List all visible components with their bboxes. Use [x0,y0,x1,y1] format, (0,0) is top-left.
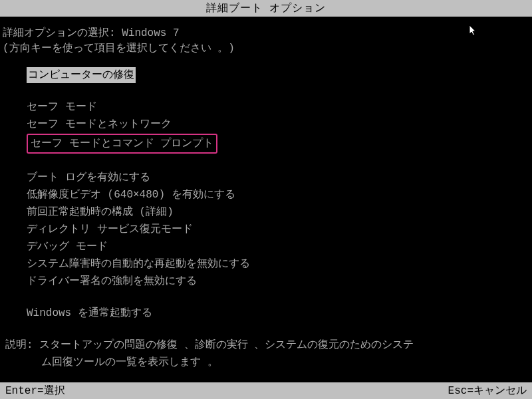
menu-group: セーフ モードセーフ モードとネットワークセーフ モードとコマンド プロンプト [27,99,529,155]
description-line2: ム回復ツールの一覧を表示します 。 [5,354,527,372]
content-area: 詳細オプションの選択: Windows 7 (方向キーを使って項目を選択してくだ… [0,17,532,371]
boot-option[interactable]: セーフ モードとコマンド プロンプト [27,134,217,154]
menu-line: Windows を通常起動する [27,305,529,323]
footer-bar: Enter=選択 Esc=キャンセル [0,382,532,399]
menu-line: システム障害時の自動的な再起動を無効にする [27,256,529,273]
menu-group: ブート ログを有効にする低解像度ビデオ (640×480) を有効にする前回正常… [27,170,529,291]
boot-option[interactable]: Windows を通常起動する [27,305,152,321]
boot-menu: コンピューターの修復セーフ モードセーフ モードとネットワークセーフ モードとコ… [3,67,529,323]
boot-option[interactable]: ブート ログを有効にする [27,170,150,186]
footer-enter-hint: Enter=選択 [5,384,65,398]
menu-line: コンピューターの修復 [27,67,529,84]
menu-line: セーフ モードとコマンド プロンプト [27,134,529,155]
boot-option[interactable]: 前回正常起動時の構成 (詳細) [27,204,174,220]
menu-line: セーフ モードとネットワーク [27,116,529,134]
boot-option[interactable]: システム障害時の自動的な再起動を無効にする [27,256,250,272]
menu-line: ブート ログを有効にする [27,170,529,187]
menu-line: デバッグ モード [27,239,529,256]
description-label: 説明: [5,339,39,351]
boot-option[interactable]: セーフ モードとネットワーク [27,116,172,132]
menu-line: 低解像度ビデオ (640×480) を有効にする [27,187,529,204]
boot-option[interactable]: コンピューターの修復 [27,67,136,83]
menu-line: ドライバー署名の強制を無効にする [27,273,529,291]
description-area: 説明: スタートアップの問題の修復 、診断の実行 、システムの復元のためのシステ… [3,337,529,371]
boot-option[interactable]: セーフ モード [27,99,97,115]
boot-option[interactable]: 低解像度ビデオ (640×480) を有効にする [27,187,235,203]
title-bar: 詳細ブート オプション [0,0,532,17]
boot-option[interactable]: ドライバー署名の強制を無効にする [27,273,197,289]
menu-line: ディレクトリ サービス復元モード [27,221,529,239]
instruction-text: (方向キーを使って項目を選択してください 。) [3,41,529,55]
footer-esc-hint: Esc=キャンセル [448,384,527,398]
boot-option[interactable]: デバッグ モード [27,239,108,255]
menu-group: コンピューターの修復 [27,67,529,84]
menu-line: セーフ モード [27,99,529,116]
menu-group: Windows を通常起動する [27,305,529,323]
window-title: 詳細ブート オプション [206,3,327,15]
description-line1: スタートアップの問題の修復 、診断の実行 、システムの復元のためのシステ [39,339,414,351]
menu-line: 前回正常起動時の構成 (詳細) [27,204,529,221]
boot-option[interactable]: ディレクトリ サービス復元モード [27,221,193,237]
selection-prompt: 詳細オプションの選択: Windows 7 [3,26,529,40]
